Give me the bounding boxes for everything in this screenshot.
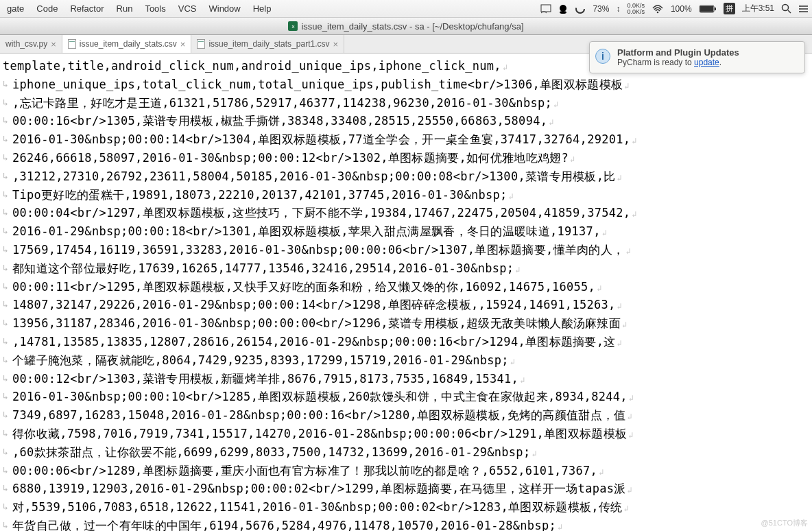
speed-down: 0.0K/s [627,9,645,15]
editor-line: ,忘记卡路里，好吃才是王道,61321,51786,52917,46377,11… [3,95,809,113]
editor-line: 对,5539,5106,7083,6518,12622,11541,2016-0… [3,499,809,517]
wifi-icon[interactable] [652,4,664,14]
svg-rect-6 [700,6,713,12]
menu-icon[interactable] [798,4,809,14]
editor-line: ,14781,13585,13835,12807,28616,26154,201… [3,333,809,352]
window-title: issue_item_daily_stats.csv - sa - [~/Des… [301,21,523,32]
watermark: @51CTO博客 [761,518,808,528]
svg-point-4 [657,11,659,13]
menu-item[interactable]: VCS [178,3,197,14]
battery-percent-1: 73% [593,4,609,14]
notification-body: PyCharm is ready to update. [617,58,798,67]
editor-line: iphone_unique_ips,total_click_num,total_… [3,76,809,95]
excel-icon: x [288,21,298,31]
notification-title: Platform and Plugin Updates [617,47,798,58]
menu-item[interactable]: Run [117,3,133,14]
menu-item[interactable]: gate [7,3,24,14]
editor-line: 6880,13919,12903,2016-01-29&nbsp;00:00:0… [3,480,809,499]
editor-line: 2016-01-30&nbsp;00:00:14<br/>1304,单图双标题模… [3,131,809,150]
svg-point-3 [576,5,584,13]
tab-label: issue_item_daily_stats.csv [80,39,177,49]
editor-line: 00:00:06<br/>1289,单图标题摘要,重庆小面也有官方标准了！那我以… [3,462,809,481]
svg-line-9 [788,10,791,13]
svg-rect-7 [715,8,716,10]
editor-line: Tipo更好吃的蛋糕干,19891,18073,22210,20137,4210… [3,187,809,205]
tab-stats-part1-csv[interactable]: issue_item_daily_stats_part1.csv × [191,35,344,53]
svg-point-8 [783,5,789,11]
svg-point-13 [799,5,800,7]
app-menu-items: gate Code Refactor Run Tools VCS Window … [7,3,271,14]
editor-line: 得你收藏,7598,7016,7919,7341,15517,14270,201… [3,425,809,444]
tab-stats-csv[interactable]: issue_item_daily_stats.csv × [62,35,192,53]
updown-arrows-icon: ↕ [616,4,620,14]
notification-prefix: PyCharm is ready to [617,58,694,67]
menu-item[interactable]: Help [253,3,272,14]
svg-point-14 [799,8,800,10]
svg-point-1 [560,5,566,12]
file-icon [68,39,76,49]
cast-icon[interactable] [540,4,551,14]
editor-line: 00:00:12<br/>1303,菜谱专用模板,新疆烤羊排,8676,7915… [3,370,809,389]
menu-item[interactable]: Refactor [70,3,104,14]
update-link[interactable]: update [694,58,719,67]
svg-rect-0 [541,5,551,12]
file-icon [197,39,205,49]
editor-text[interactable]: template,title,android_click_num,android… [0,54,812,531]
info-icon: i [595,49,610,64]
menu-item[interactable]: Tools [145,3,165,14]
menu-item[interactable]: Window [208,3,240,14]
svg-point-2 [560,11,566,14]
editor-line: 00:00:11<br/>1295,单图双标题模板,又快手又好吃的面条和粉，给又… [3,279,809,297]
editor-line: 14807,32147,29226,2016-01-29&nbsp;00:00:… [3,296,809,315]
editor-line: ,31212,27310,26792,23611,58004,50185,201… [3,168,809,187]
svg-point-15 [799,11,800,12]
tab-with-csv[interactable]: with_csv.py × [0,35,62,53]
menu-item[interactable]: Code [36,3,58,14]
battery-icon[interactable] [699,5,717,13]
net-speed: 0.0K/s 0.0K/s [627,3,645,15]
status-tray: 73% ↕ 0.0K/s 0.0K/s 100% 拼 上午3:51 [540,3,809,15]
editor-line: 个罐子腌泡菜，隔夜就能吃,8064,7429,9235,8393,17299,1… [3,352,809,370]
editor-line: 都知道这个部位最好吃,17639,16265,14777,13546,32416… [3,260,809,279]
editor-line: 2016-01-30&nbsp;00:00:10<br/>1285,单图双标题模… [3,388,809,407]
editor-line: 00:00:16<br/>1305,菜谱专用模板,椒盐手撕饼,38348,334… [3,113,809,131]
editor-line: 2016-01-29&nbsp;00:00:18<br/>1301,单图双标题模… [3,223,809,241]
wifi-percent: 100% [671,4,692,14]
spotlight-icon[interactable] [781,3,791,14]
tab-label: issue_item_daily_stats_part1.csv [208,39,329,49]
editor-line: 17569,17454,16119,36591,33283,2016-01-30… [3,241,809,260]
editor-line: 7349,6897,16283,15048,2016-01-28&nbsp;00… [3,407,809,425]
close-icon[interactable]: × [51,39,56,49]
notification-suffix: . [719,58,721,67]
editor-line: 26246,66618,58097,2016-01-30&nbsp;00:00:… [3,150,809,168]
close-icon[interactable]: × [180,39,186,49]
editor-line: 年货自己做，过一个有年味的中国年,6194,5676,5284,4976,114… [3,517,809,531]
editor-line: 13956,31187,28346,2016-01-30&nbsp;00:00:… [3,315,809,333]
notification-balloon[interactable]: i Platform and Plugin Updates PyCharm is… [589,41,805,73]
clock[interactable]: 上午3:51 [742,3,774,14]
close-icon[interactable]: × [333,39,338,49]
editor-line: 00:00:04<br/>1297,单图双标题模板,这些技巧，下厨不能不学,19… [3,204,809,223]
ime-indicator[interactable]: 拼 [724,3,735,14]
qq-icon[interactable] [558,4,568,14]
macos-menubar: gate Code Refactor Run Tools VCS Window … [0,0,812,18]
loading-icon[interactable] [575,3,586,14]
editor-line: ,60款抹茶甜点，让你欲罢不能,6699,6299,8033,7500,1473… [3,444,809,462]
window-titlebar: x issue_item_daily_stats.csv - sa - [~/D… [0,18,812,35]
tab-label: with_csv.py [5,39,47,49]
